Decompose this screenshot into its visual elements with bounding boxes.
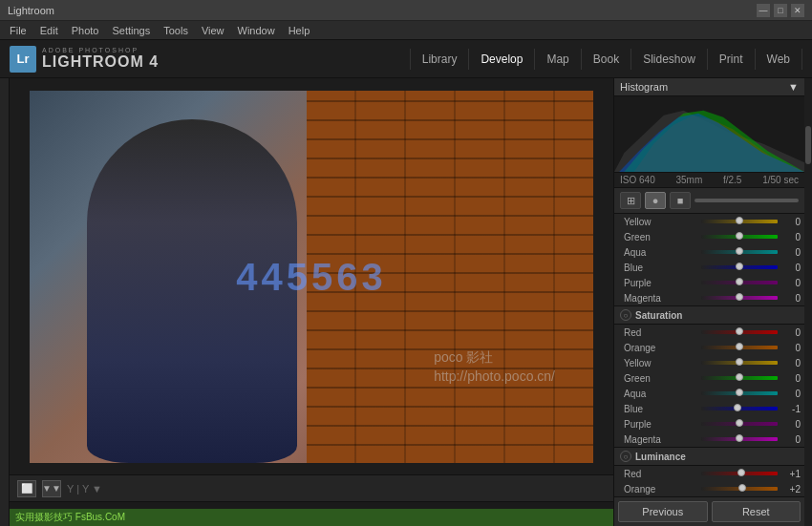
tab-slideshow[interactable]: Slideshow	[631, 49, 708, 70]
lum-orange-value: +2	[781, 484, 801, 494]
scrollbar-thumb[interactable]	[805, 126, 811, 164]
menu-settings[interactable]: Settings	[106, 23, 156, 38]
lum-orange-label: Orange	[624, 484, 697, 494]
tab-library[interactable]: Library	[410, 49, 470, 70]
sat-magenta-label: Magenta	[624, 434, 697, 445]
hue-purple-value: 0	[781, 278, 801, 288]
sat-aqua-label: Aqua	[624, 389, 697, 399]
right-scrollbar[interactable]	[804, 78, 812, 526]
luminance-toggle[interactable]: ○	[620, 451, 631, 462]
luminance-header[interactable]: ○ Luminance	[614, 448, 804, 466]
adobe-label: ADOBE PHOTOSHOP	[42, 47, 159, 53]
hue-yellow-value: 0	[781, 217, 801, 227]
menu-window[interactable]: Window	[232, 23, 281, 38]
panel-scroll-area[interactable]: Yellow 0 Green 0 Aqua	[614, 214, 804, 496]
lum-orange-track[interactable]	[701, 487, 778, 491]
title-bar: Lightroom — □ ✕	[0, 0, 812, 21]
sat-orange-track[interactable]	[701, 346, 778, 349]
watermark-text: 445563	[236, 255, 386, 298]
sat-red-label: Red	[624, 327, 697, 338]
right-panel: Histogram ▼ ISO 640 35mm f/2.5 1/50 sec	[613, 78, 804, 526]
main-area: 445563 poco 影社http://photo.poco.cn/ ⬜ ▼▼…	[0, 78, 812, 526]
sat-magenta-value: 0	[781, 434, 801, 445]
hue-yellow-track[interactable]	[701, 220, 778, 223]
sat-blue-value: -1	[781, 404, 801, 414]
sat-green-value: 0	[781, 373, 801, 384]
hue-magenta-label: Magenta	[624, 293, 697, 304]
sat-purple-track[interactable]	[701, 422, 778, 426]
filmstrip	[10, 501, 613, 509]
sat-blue-label: Blue	[624, 404, 697, 414]
reset-button[interactable]: Reset	[712, 501, 801, 522]
sat-red-value: 0	[781, 327, 801, 338]
sat-aqua-track[interactable]	[701, 391, 778, 395]
grid-tool-button[interactable]: ⊞	[620, 192, 641, 209]
lum-red-label: Red	[624, 469, 697, 479]
hue-aqua-track[interactable]	[701, 250, 778, 254]
center-panel: 445563 poco 影社http://photo.poco.cn/ ⬜ ▼▼…	[10, 78, 613, 526]
sat-purple-label: Purple	[624, 419, 697, 430]
saturation-toggle[interactable]: ○	[620, 309, 631, 321]
iso-value: ISO 640	[620, 175, 655, 185]
sat-magenta-track[interactable]	[701, 437, 778, 441]
tab-map[interactable]: Map	[535, 49, 581, 70]
logo-text: ADOBE PHOTOSHOP LIGHTROOM 4	[42, 47, 159, 71]
window-controls: — □ ✕	[757, 4, 804, 17]
saturation-header[interactable]: ○ Saturation	[614, 306, 804, 325]
hue-purple-track[interactable]	[701, 281, 778, 284]
tab-develop[interactable]: Develop	[469, 49, 535, 70]
sat-blue-track[interactable]	[701, 407, 778, 410]
sat-purple-value: 0	[781, 419, 801, 430]
menu-view[interactable]: View	[196, 23, 230, 38]
luminance-title: Luminance	[635, 452, 799, 462]
maximize-button[interactable]: □	[774, 4, 787, 17]
aperture-value: f/2.5	[723, 175, 741, 185]
hue-blue-value: 0	[781, 263, 801, 273]
histogram-label: Histogram	[620, 81, 668, 93]
close-button[interactable]: ✕	[791, 4, 804, 17]
histogram-header[interactable]: Histogram ▼	[614, 78, 804, 96]
tab-print[interactable]: Print	[708, 49, 756, 70]
image-container: 445563 poco 影社http://photo.poco.cn/	[10, 78, 613, 474]
tool-slider[interactable]	[694, 199, 799, 202]
menu-help[interactable]: Help	[283, 23, 316, 38]
sat-orange-value: 0	[781, 343, 801, 353]
menu-file[interactable]: File	[4, 23, 32, 38]
hue-aqua-value: 0	[781, 247, 801, 258]
lum-red-value: +1	[781, 469, 801, 479]
lum-red-track[interactable]	[701, 472, 778, 475]
menu-photo[interactable]: Photo	[66, 23, 105, 38]
view-mode-button[interactable]: ▼▼	[42, 480, 61, 497]
hue-aqua-label: Aqua	[624, 247, 697, 258]
sat-yellow-label: Yellow	[624, 358, 697, 368]
bottom-toolbar: ⬜ ▼▼ Y | Y ▼	[10, 474, 613, 501]
hue-green-row: Green 0	[614, 229, 804, 244]
sat-green-track[interactable]	[701, 376, 778, 380]
menu-tools[interactable]: Tools	[158, 23, 194, 38]
saturation-title: Saturation	[635, 310, 799, 321]
histogram-area	[614, 96, 804, 173]
histogram-dropdown-icon: ▼	[788, 81, 799, 93]
app-header: Lr ADOBE PHOTOSHOP LIGHTROOM 4 Library D…	[0, 40, 812, 78]
logo-area: Lr ADOBE PHOTOSHOP LIGHTROOM 4	[10, 46, 159, 73]
square-tool-button[interactable]: ■	[670, 192, 691, 209]
previous-button[interactable]: Previous	[618, 501, 708, 522]
minimize-button[interactable]: —	[757, 4, 770, 17]
left-panel	[0, 78, 10, 526]
menu-edit[interactable]: Edit	[34, 23, 64, 38]
tab-web[interactable]: Web	[756, 49, 802, 70]
circle-tool-button[interactable]: ●	[645, 192, 666, 209]
sat-red-track[interactable]	[701, 330, 778, 334]
sat-yellow-value: 0	[781, 358, 801, 368]
hue-magenta-track[interactable]	[701, 296, 778, 300]
hue-green-track[interactable]	[701, 235, 778, 239]
panel-buttons: Previous Reset	[614, 496, 804, 526]
crop-tool-button[interactable]: ⬜	[17, 480, 36, 497]
tab-book[interactable]: Book	[582, 49, 631, 70]
luminance-section: Red+1 Orange+2 Yellow0 Green+13 Aqua+17 …	[614, 466, 804, 496]
hue-blue-row: Blue 0	[614, 260, 804, 275]
shutter-speed: 1/50 sec	[762, 175, 799, 185]
hue-magenta-value: 0	[781, 293, 801, 304]
sat-yellow-track[interactable]	[701, 361, 778, 365]
hue-blue-track[interactable]	[701, 265, 778, 269]
